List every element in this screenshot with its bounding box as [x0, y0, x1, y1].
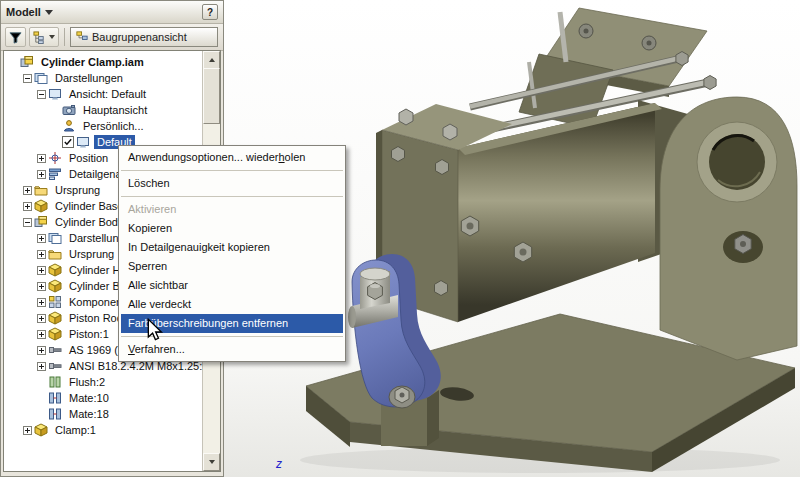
expander-spacer	[50, 106, 61, 115]
tree-item[interactable]: Ansicht: Default	[4, 86, 202, 102]
menu-item[interactable]: Löschen	[119, 174, 345, 193]
panel-header: Modell ?	[1, 1, 223, 24]
scroll-down-button[interactable]	[203, 453, 220, 471]
scroll-up-button[interactable]	[203, 51, 220, 69]
expand-expander[interactable]	[36, 250, 47, 259]
tree-item-label: Ursprung	[66, 247, 117, 261]
menu-separator	[121, 170, 343, 171]
axis-z-label: z	[275, 457, 282, 471]
tree-item[interactable]: Flush:2	[4, 374, 202, 390]
mate-constraint-icon	[48, 407, 63, 421]
part-icon	[48, 327, 63, 341]
clamp-bottom-bolt[interactable]	[389, 386, 415, 408]
tree-item-label: Mate:18	[66, 407, 112, 421]
tree-item-label: Flush:2	[66, 375, 108, 389]
tree-item-label: Clamp:1	[52, 423, 99, 437]
collapse-expander[interactable]	[22, 74, 33, 83]
tree-item-label: Ursprung	[52, 183, 103, 197]
origin-folder-icon	[34, 183, 49, 197]
assembly-view-label: Baugruppenansicht	[92, 31, 187, 43]
browser-view-button[interactable]	[29, 27, 59, 47]
part-icon	[34, 423, 49, 437]
expand-expander[interactable]	[22, 426, 33, 435]
filter-icon	[9, 31, 22, 44]
right-support[interactable]	[660, 97, 797, 360]
browser-toolbar: Baugruppenansicht	[1, 24, 223, 51]
expand-expander[interactable]	[36, 346, 47, 355]
menu-item[interactable]: In Detailgenauigkeit kopieren	[119, 238, 345, 257]
menu-item[interactable]: Verfahren...	[119, 340, 345, 359]
tree-item[interactable]: Cylinder Clamp.iam	[4, 54, 202, 70]
expand-expander[interactable]	[36, 282, 47, 291]
menu-item[interactable]: Anwendungsoptionen... wiederholen	[119, 148, 345, 167]
expander-spacer	[36, 410, 47, 419]
expander-spacer	[36, 378, 47, 387]
mate-constraint-icon	[48, 391, 63, 405]
tree-item-label: Ansicht: Default	[66, 87, 149, 101]
expand-expander[interactable]	[36, 154, 47, 163]
pattern-icon	[48, 295, 63, 309]
menu-separator	[121, 196, 343, 197]
toolbar-separator	[64, 28, 65, 46]
tree-item-label: Darstellungen	[52, 71, 126, 85]
tree-item[interactable]: Mate:10	[4, 390, 202, 406]
representations-icon	[34, 71, 49, 85]
scroll-up-arrow-icon	[209, 58, 215, 62]
fastener-icon	[48, 343, 63, 357]
tree-item-label: Persönlich...	[80, 119, 147, 133]
tree-item[interactable]: Darstellungen	[4, 70, 202, 86]
panel-title[interactable]: Modell	[6, 6, 41, 18]
tree-item-label: Piston:1	[66, 327, 112, 341]
browser-tree-icon	[33, 31, 46, 44]
origin-folder-icon	[48, 247, 63, 261]
expander-spacer	[50, 122, 61, 131]
assembly-view-dropdown[interactable]: Baugruppenansicht	[70, 27, 218, 47]
expand-expander[interactable]	[36, 314, 47, 323]
clamp-pivot-boss[interactable]	[360, 268, 390, 309]
mouse-cursor	[146, 318, 164, 342]
menu-item: Aktivieren	[119, 200, 345, 219]
expand-expander[interactable]	[36, 298, 47, 307]
tree-item[interactable]: Mate:18	[4, 406, 202, 422]
panel-title-caret-icon[interactable]	[45, 10, 53, 15]
expander-spacer	[50, 138, 61, 147]
camera-icon	[62, 103, 77, 117]
scrollbar-thumb[interactable]	[203, 68, 220, 124]
filter-button[interactable]	[5, 27, 26, 47]
fastener-icon	[48, 359, 63, 373]
tree-item-label: Hauptansicht	[80, 103, 150, 117]
scroll-down-arrow-icon	[209, 460, 215, 464]
expand-expander[interactable]	[36, 266, 47, 275]
person-icon	[62, 119, 77, 133]
part-icon	[48, 279, 63, 293]
assembly-icon	[34, 215, 49, 229]
expand-expander[interactable]	[22, 186, 33, 195]
help-button[interactable]: ?	[202, 4, 218, 20]
tree-item[interactable]: Hauptansicht	[4, 102, 202, 118]
menu-item[interactable]: Alle sichtbar	[119, 276, 345, 295]
expand-expander[interactable]	[36, 330, 47, 339]
tree-item[interactable]: Persönlich...	[4, 118, 202, 134]
tree-item[interactable]: Clamp:1	[4, 422, 202, 438]
expand-expander[interactable]	[36, 170, 47, 179]
tree-item-label: Position	[66, 151, 111, 165]
expand-expander[interactable]	[36, 234, 47, 243]
menu-item[interactable]: Kopieren	[119, 219, 345, 238]
menu-item[interactable]: Alle verdeckt	[119, 295, 345, 314]
collapse-expander[interactable]	[36, 90, 47, 99]
tree-item-label: Mate:10	[66, 391, 112, 405]
collapse-expander[interactable]	[22, 218, 33, 227]
expand-expander[interactable]	[22, 202, 33, 211]
expander-spacer	[8, 58, 19, 67]
representations-icon	[48, 231, 63, 245]
inventor-app: z Modell ?	[0, 0, 800, 477]
expander-spacer	[36, 394, 47, 403]
tree-item-label: Cylinder Clamp.iam	[38, 55, 147, 69]
expand-expander[interactable]	[36, 362, 47, 371]
part-icon	[48, 263, 63, 277]
visibility-checkbox[interactable]	[62, 136, 74, 148]
assembly-view-icon	[76, 31, 88, 43]
menu-item[interactable]: Sperren	[119, 257, 345, 276]
lod-icon	[48, 167, 63, 181]
part-icon	[34, 199, 49, 213]
